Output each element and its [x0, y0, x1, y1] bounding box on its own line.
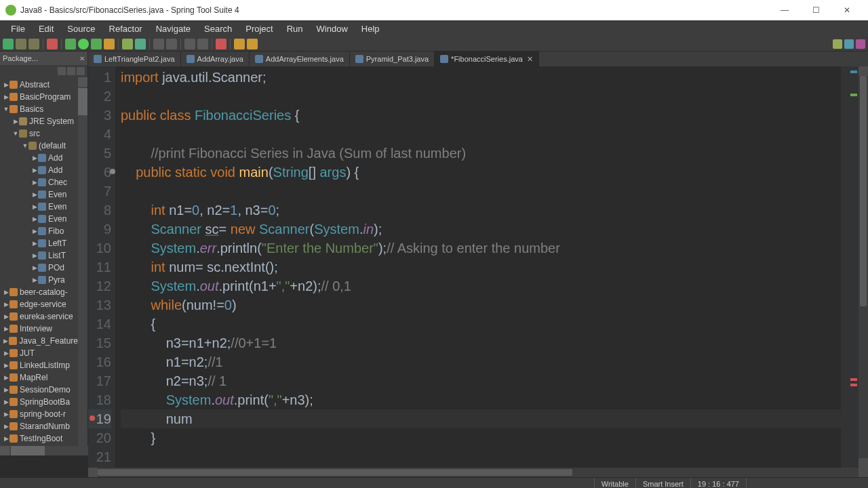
save-all-icon[interactable]: [28, 39, 39, 49]
code-line[interactable]: {: [121, 314, 841, 333]
line-number[interactable]: 21: [88, 447, 111, 466]
line-number[interactable]: 7: [88, 182, 111, 201]
stop-icon[interactable]: [47, 39, 58, 49]
scroll-left-icon[interactable]: [0, 446, 9, 455]
save-icon[interactable]: [16, 39, 26, 49]
run-icon[interactable]: [78, 39, 89, 49]
sidebar-hscroll[interactable]: [0, 446, 88, 455]
code-line[interactable]: while(num!=0): [121, 296, 841, 314]
twisty-icon[interactable]: ▶: [31, 155, 38, 161]
editor-hscroll[interactable]: [88, 468, 868, 477]
twisty-icon[interactable]: ▶: [3, 325, 9, 332]
twisty-icon[interactable]: ▶: [3, 374, 9, 381]
scroll-down-icon[interactable]: [859, 458, 868, 468]
line-number[interactable]: 12: [88, 277, 111, 296]
collapse-all-icon[interactable]: [58, 67, 66, 75]
code-line[interactable]: System.err.println("Enter the Number");/…: [121, 239, 841, 258]
line-number[interactable]: 14: [88, 314, 111, 333]
twisty-icon[interactable]: ▶: [31, 264, 38, 271]
tree-item[interactable]: ▼Basics: [0, 103, 78, 115]
tree-item[interactable]: ▼src: [0, 127, 78, 140]
tab-close-icon[interactable]: ✕: [527, 55, 533, 64]
menu-window[interactable]: Window: [310, 22, 355, 36]
tree-item[interactable]: ▶LeftT: [0, 237, 78, 249]
view-close-icon[interactable]: ✕: [79, 55, 85, 62]
tree-item[interactable]: ▶Abstract: [0, 79, 78, 91]
line-number[interactable]: 18: [88, 390, 111, 409]
menu-search[interactable]: Search: [197, 22, 239, 36]
code-line[interactable]: [121, 87, 841, 106]
line-number[interactable]: 10: [88, 239, 111, 258]
line-number[interactable]: 5: [88, 144, 111, 163]
tree-item[interactable]: ▶POd: [0, 262, 78, 274]
scroll-up-icon[interactable]: [78, 77, 87, 87]
editor-vscroll[interactable]: [859, 66, 868, 468]
line-number[interactable]: 15: [88, 333, 111, 352]
line-number[interactable]: 2: [88, 87, 111, 106]
code-line[interactable]: //print Fibonacci Series in Java (Sum of…: [121, 144, 841, 163]
tree-item[interactable]: ▶spring-boot-r: [0, 408, 78, 420]
twisty-icon[interactable]: ▶: [3, 350, 9, 357]
scroll-thumb[interactable]: [11, 446, 45, 455]
tree-item[interactable]: ▶Even: [0, 188, 78, 201]
perspective-java-icon[interactable]: [844, 39, 854, 49]
tree-item[interactable]: ▶JRE System: [0, 115, 78, 127]
maximize-button[interactable]: ☐: [800, 0, 831, 20]
twisty-icon[interactable]: ▶: [31, 228, 38, 235]
tree-item[interactable]: ▶Pyra: [0, 274, 78, 286]
minimize-button[interactable]: —: [769, 0, 800, 20]
tree-item[interactable]: ▶Chec: [0, 176, 78, 188]
tree-item[interactable]: ▶SpringBootBa: [0, 396, 78, 408]
editor-tab[interactable]: LeftTrianglePat2.java: [88, 52, 181, 66]
twisty-icon[interactable]: ▶: [3, 301, 9, 308]
twisty-icon[interactable]: ▼: [22, 142, 28, 149]
twisty-icon[interactable]: ▼: [3, 106, 9, 113]
new-class-icon[interactable]: [135, 39, 146, 49]
line-number[interactable]: 20: [88, 428, 111, 447]
tree-item[interactable]: ▶edge-service: [0, 298, 78, 310]
code-line[interactable]: [121, 182, 841, 201]
perspective-debug-icon[interactable]: [856, 39, 865, 49]
twisty-icon[interactable]: ▶: [3, 411, 9, 418]
tree-item[interactable]: ▶eureka-service: [0, 310, 78, 323]
code-line[interactable]: public class FibonacciSeries {: [121, 106, 841, 125]
tree-item[interactable]: ▶Java_8_Feature: [0, 335, 78, 347]
scroll-right-icon[interactable]: [859, 468, 868, 477]
twisty-icon[interactable]: ▶: [31, 277, 38, 283]
pin-icon[interactable]: [216, 39, 226, 49]
twisty-icon[interactable]: ▶: [3, 81, 9, 88]
new-package-icon[interactable]: [122, 39, 133, 49]
line-number[interactable]: 1: [88, 68, 111, 87]
menu-project[interactable]: Project: [239, 22, 279, 36]
twisty-icon[interactable]: ▼: [12, 130, 19, 137]
line-number[interactable]: 6: [88, 163, 111, 182]
code-line[interactable]: int n1=0, n2=1, n3=0;: [121, 201, 841, 220]
new-icon[interactable]: [3, 39, 14, 49]
perspective-icon[interactable]: [833, 39, 842, 49]
twisty-icon[interactable]: ▶: [3, 289, 9, 296]
code-line[interactable]: int num= sc.nextInt();: [121, 258, 841, 277]
tree-item[interactable]: ▶Even: [0, 213, 78, 225]
toggle-icon[interactable]: [197, 39, 208, 49]
code-line[interactable]: n1=n2;//1: [121, 352, 841, 371]
editor-tab[interactable]: AddArray.java: [181, 52, 250, 66]
view-menu-icon[interactable]: [77, 67, 85, 75]
tree-item[interactable]: ▶Even: [0, 201, 78, 213]
line-number[interactable]: 17: [88, 371, 111, 390]
twisty-icon[interactable]: ▶: [31, 179, 38, 186]
coverage-icon[interactable]: [91, 39, 102, 49]
twisty-icon[interactable]: ▶: [31, 203, 38, 210]
twisty-icon[interactable]: ▶: [31, 191, 38, 198]
twisty-icon[interactable]: ▶: [31, 252, 38, 259]
editor-tab[interactable]: *FibonacciSeries.java✕: [435, 52, 539, 66]
scroll-left-icon[interactable]: [88, 468, 98, 477]
code-line[interactable]: System.out.print(","+n3);: [121, 390, 841, 409]
search-icon[interactable]: [166, 39, 177, 49]
twisty-icon[interactable]: ▶: [31, 167, 38, 174]
twisty-icon[interactable]: ▶: [3, 362, 9, 369]
scroll-thumb[interactable]: [860, 76, 867, 306]
tree-item[interactable]: ▶Add: [0, 164, 78, 176]
tree-item[interactable]: ▼(default: [0, 140, 78, 152]
toggle-icon[interactable]: [184, 39, 195, 49]
code-line[interactable]: import java.util.Scanner;: [121, 68, 841, 87]
